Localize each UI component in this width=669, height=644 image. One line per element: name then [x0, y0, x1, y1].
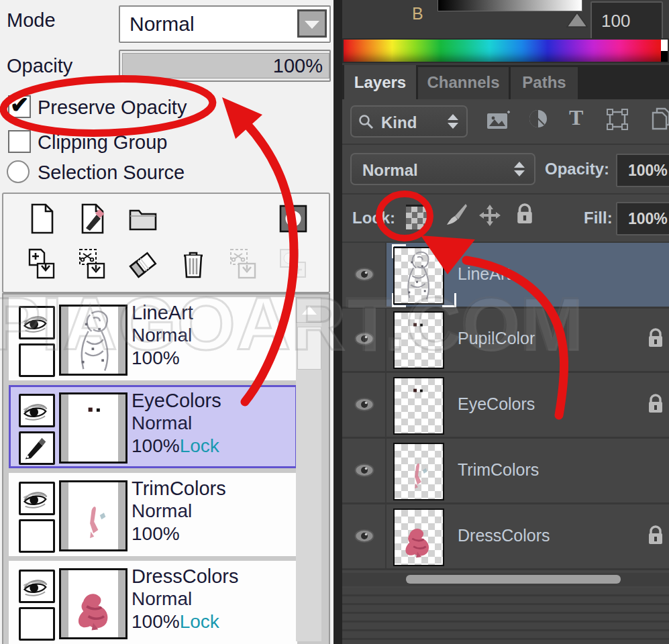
layer-name[interactable]: EyeColors: [132, 390, 221, 412]
brightness-gradient-slider[interactable]: [438, 0, 582, 11]
transfer-down-icon[interactable]: [26, 248, 58, 280]
preserve-opacity-label[interactable]: Preserve Opacity: [38, 97, 187, 119]
layer-name[interactable]: DressColors: [458, 526, 550, 545]
layer-row-body[interactable]: EyeColors: [385, 373, 669, 437]
layer-name[interactable]: TrimColors: [458, 460, 539, 480]
paint-mode-toggle[interactable]: [19, 519, 55, 553]
layer-thumbnail[interactable]: [393, 377, 444, 435]
delete-layer-icon[interactable]: [177, 248, 209, 280]
opacity-slider[interactable]: 100%: [119, 50, 331, 82]
layer-thumbnail[interactable]: [59, 392, 127, 464]
layer-name[interactable]: TrimColors: [132, 478, 226, 500]
visibility-toggle[interactable]: [19, 306, 55, 339]
lock-pixels-brush-icon[interactable]: [442, 202, 468, 229]
slider-handle-icon[interactable]: [565, 11, 589, 28]
layer-thumbnail[interactable]: [59, 305, 127, 376]
empty-panel-area: [342, 588, 669, 644]
transfer-down-selection-icon[interactable]: [76, 248, 109, 280]
layer-name[interactable]: PupilColor: [458, 329, 535, 348]
clear-layer-icon[interactable]: [127, 248, 159, 280]
layer-lock-text: Lock: [180, 611, 219, 632]
lock-transparency-icon[interactable]: [406, 205, 429, 229]
scrollbar-thumb[interactable]: [297, 327, 321, 370]
layer-blend-mode: Normal: [132, 413, 192, 434]
mode-dropdown[interactable]: Normal: [119, 5, 331, 43]
layer-mask-icon[interactable]: [277, 203, 309, 235]
layer-row-body[interactable]: LineArt: [385, 243, 669, 307]
layer-thumbnail[interactable]: [59, 568, 127, 639]
layer-row-lineart[interactable]: LineArt: [342, 241, 669, 309]
layer-name[interactable]: LineArt: [132, 302, 193, 324]
layer-name[interactable]: DressColors: [132, 566, 239, 588]
type-layer-filter-icon[interactable]: T: [569, 105, 583, 130]
scrollbar-thumb[interactable]: [406, 575, 621, 584]
layer-name[interactable]: EyeColors: [458, 394, 535, 414]
layer-opacity: 100%Lock: [132, 611, 219, 633]
shape-layer-filter-icon[interactable]: [607, 109, 628, 130]
layer-thumbnail[interactable]: [393, 508, 444, 566]
hue-spectrum-bar[interactable]: [342, 38, 669, 63]
layer-row-dresscolors[interactable]: DressColors Normal 100%Lock: [9, 561, 297, 644]
preserve-opacity-checkbox[interactable]: ✔: [8, 95, 31, 118]
clipping-group-label[interactable]: Clipping Group: [38, 131, 167, 154]
visibility-toggle[interactable]: [342, 307, 385, 371]
tab-channels[interactable]: Channels: [418, 67, 509, 99]
new-linework-layer-icon[interactable]: [76, 203, 109, 235]
layer-name[interactable]: LineArt: [458, 264, 511, 284]
visibility-toggle[interactable]: [342, 243, 385, 307]
new-layer-icon[interactable]: [26, 203, 58, 235]
clipping-group-checkbox[interactable]: [8, 130, 31, 153]
smart-object-filter-icon[interactable]: [651, 107, 669, 131]
layer-row-trimcolors[interactable]: TrimColors: [342, 439, 669, 504]
visibility-toggle[interactable]: [342, 373, 385, 437]
tab-paths[interactable]: Paths: [511, 67, 578, 99]
visibility-toggle[interactable]: [19, 394, 55, 427]
paint-mode-toggle[interactable]: [19, 431, 55, 465]
horizontal-scrollbar[interactable]: [342, 573, 669, 586]
visibility-toggle[interactable]: [19, 482, 55, 515]
kind-filter-dropdown[interactable]: Kind: [350, 105, 468, 138]
fill-label: Fill:: [584, 209, 613, 227]
selection-source-label[interactable]: Selection Source: [38, 162, 185, 184]
visibility-toggle[interactable]: [19, 570, 55, 603]
visibility-toggle[interactable]: [342, 439, 385, 502]
lock-row: Lock: Fill: 100%: [342, 195, 669, 240]
transfer-down-disabled-icon: [227, 248, 260, 280]
vertical-scrollbar[interactable]: [296, 297, 321, 641]
layer-thumbnail[interactable]: [393, 443, 444, 500]
blend-mode-dropdown[interactable]: Normal: [350, 153, 535, 185]
lock-label: Lock:: [352, 209, 395, 227]
layer-row-eyecolors[interactable]: EyeColors: [342, 373, 669, 439]
layer-row-lineart[interactable]: LineArt Normal 100%: [9, 297, 297, 380]
sai-layer-toolbar: [2, 193, 330, 293]
layer-thumbnail[interactable]: [393, 247, 444, 305]
layer-opacity: 100%: [132, 523, 180, 545]
layer-thumbnail[interactable]: [59, 480, 127, 551]
layer-row-body[interactable]: TrimColors: [385, 439, 669, 502]
adjustment-layer-filter-icon[interactable]: [528, 109, 548, 129]
opacity-value-box[interactable]: 100%: [616, 154, 669, 187]
layer-row-trimcolors[interactable]: TrimColors Normal 100%: [9, 473, 297, 556]
layer-thumbnail[interactable]: [393, 311, 444, 369]
opacity-label: Opacity: [7, 55, 72, 77]
layer-row-dresscolors[interactable]: DressColors: [342, 504, 669, 570]
visibility-toggle[interactable]: [342, 504, 385, 568]
pixel-layer-filter-icon[interactable]: [486, 111, 511, 131]
new-layer-set-icon[interactable]: [127, 203, 159, 235]
layer-row-body[interactable]: PupilColor: [385, 307, 669, 371]
layer-row-body[interactable]: DressColors: [385, 504, 669, 568]
selection-source-radio[interactable]: [7, 160, 30, 183]
lock-all-padlock-icon[interactable]: [515, 202, 534, 226]
tab-layers[interactable]: Layers: [344, 65, 416, 99]
layer-row-eyecolors-selected[interactable]: EyeColors Normal 100%Lock: [9, 385, 297, 468]
layer-row-pupilcolor[interactable]: PupilColor: [342, 307, 669, 373]
paint-mode-toggle[interactable]: [19, 607, 55, 641]
mode-dropdown-button[interactable]: [297, 9, 327, 38]
brightness-value-box[interactable]: 100: [590, 1, 663, 40]
paint-mode-toggle[interactable]: [19, 343, 55, 377]
scroll-up-button[interactable]: [296, 297, 321, 323]
fill-value-box[interactable]: 100%: [616, 202, 669, 235]
panel-edge: [333, 0, 342, 644]
layer-lock-icon: [647, 525, 664, 546]
lock-position-move-icon[interactable]: [478, 204, 502, 228]
